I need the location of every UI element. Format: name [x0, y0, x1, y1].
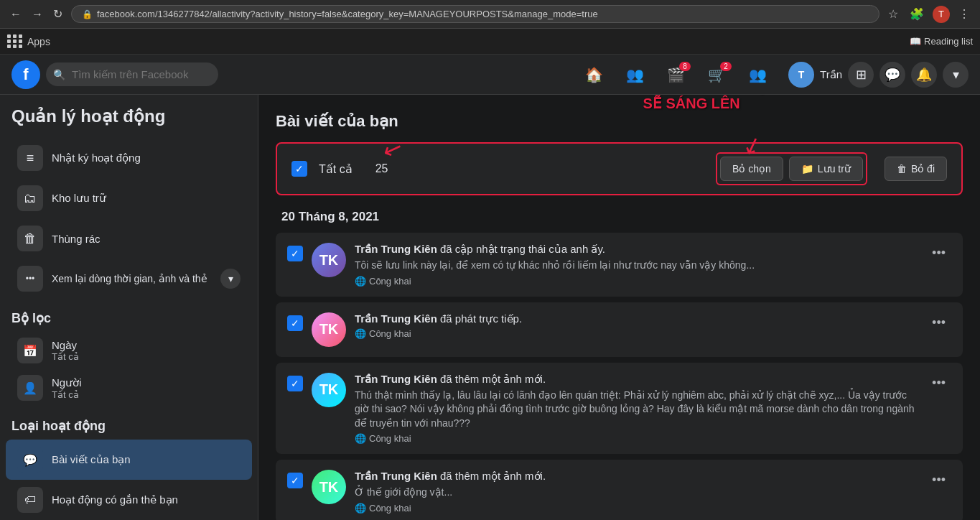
post-item: ✓ TK Trần Trung Kiên đã cập nhật trạng t… [276, 233, 963, 297]
apps-grid-icon [7, 34, 23, 48]
sidebar-item-tagged[interactable]: 🏷 Hoạt động có gắn thẻ bạn [6, 480, 252, 520]
deselect-button[interactable]: Bỏ chọn [720, 157, 783, 181]
tag-icon: 🏷 [17, 487, 43, 513]
person-label: Người [52, 376, 82, 389]
expand-button[interactable]: ▾ [220, 269, 241, 289]
post-item-4: ✓ TK Trần Trung Kiên đã thêm một ảnh mới… [276, 460, 963, 520]
select-all-bar: ✓ Tất cả 25 Bỏ chọn 📁 Lưu trữ 🗑 Bỏ đi [276, 142, 963, 195]
apps-section: Apps [7, 34, 50, 48]
tagged-label: Hoạt động có gắn thẻ bạn [52, 493, 178, 506]
trash-icon: 🗑 [17, 226, 43, 251]
account-menu-button[interactable]: ▾ [943, 62, 969, 88]
user-name: Trần [820, 68, 842, 81]
url-text: facebook.com/1346277842/allactivity?acti… [97, 9, 598, 19]
extensions-button[interactable]: 🧩 [907, 4, 927, 24]
video-nav-button[interactable]: 🎬 8 [657, 60, 695, 89]
forward-button[interactable]: → [29, 5, 46, 24]
delete-button[interactable]: 🗑 Bỏ đi [885, 157, 947, 181]
sidebar-filter-person[interactable]: 👤 Người Tất cả [6, 369, 252, 407]
post-privacy-4: 🌐 Công khai [355, 503, 918, 514]
post-text-4: Ở thế giới động vật... [355, 486, 918, 500]
date-sublabel: Tất cả [52, 351, 79, 362]
fb-header: f 🔍 🏠 👥 🎬 8 🛒 2 👥 T Trần ⊞ 💬 🔔 ▾ [0, 55, 980, 95]
messenger-button[interactable]: 💬 [879, 62, 905, 88]
globe-icon-4: 🌐 [355, 503, 366, 514]
reading-list[interactable]: 📖 Reading list [910, 36, 973, 47]
post-checkbox-1[interactable]: ✓ [287, 246, 303, 261]
post-checkbox-3[interactable]: ✓ [287, 376, 303, 391]
menu-button[interactable]: ⋮ [956, 4, 973, 24]
post-text-1: Tôi sẽ lưu link này lại, để xem có tự kh… [355, 259, 918, 273]
address-bar[interactable]: 🔒 facebook.com/1346277842/allactivity?ac… [71, 5, 879, 23]
apps-menu-button[interactable]: ⊞ [848, 62, 874, 88]
refresh-button[interactable]: ↻ [50, 4, 65, 24]
post-item-2: ✓ TK Trần Trung Kiên đã phát trực tiếp. … [276, 302, 963, 357]
post-content-1: Trần Trung Kiên đã cập nhật trạng thái c… [355, 243, 918, 287]
archive-btn-icon: 📁 [801, 163, 813, 175]
back-button[interactable]: ← [7, 5, 24, 24]
search-wrapper: 🔍 [46, 62, 218, 86]
reading-list-icon: 📖 [910, 36, 921, 47]
sidebar-item-label: Xem lại dòng thời gian, ảnh và thẻ [52, 273, 207, 284]
post-checkbox-2[interactable]: ✓ [287, 315, 303, 331]
posts-icon: 💬 [17, 447, 43, 473]
post-author-4: Trần Trung Kiên đã thêm một ảnh mới. [355, 470, 918, 483]
notifications-button[interactable]: 🔔 [911, 62, 937, 88]
post-more-button-4[interactable]: ••• [926, 470, 951, 491]
archive-button[interactable]: 📁 Lưu trữ [789, 157, 863, 181]
sidebar-item-your-posts[interactable]: 💬 Bài viết của bạn [6, 440, 252, 480]
post-avatar-3: TK [312, 373, 346, 407]
post-more-button-1[interactable]: ••• [926, 243, 951, 264]
avatar: T [788, 62, 814, 88]
apps-label: Apps [27, 36, 50, 47]
friends-nav-button[interactable]: 👥 [616, 60, 654, 89]
post-author-1: Trần Trung Kiên đã cập nhật trạng thái c… [355, 243, 918, 256]
marketplace-nav-button[interactable]: 🛒 2 [698, 60, 736, 89]
post-content-4: Trần Trung Kiên đã thêm một ảnh mới. Ở t… [355, 470, 918, 514]
fb-body: Quản lý hoạt động ≡ Nhật ký hoạt động 🗂 … [0, 95, 980, 520]
marketplace-badge: 2 [720, 62, 732, 71]
globe-icon: 🌐 [355, 276, 366, 287]
post-checkbox-4[interactable]: ✓ [287, 473, 303, 488]
sidebar-item-review-timeline[interactable]: ••• Xem lại dòng thời gian, ảnh và thẻ ▾ [6, 259, 252, 299]
sidebar-item-trash[interactable]: 🗑 Thùng rác [6, 218, 252, 259]
reading-list-label: Reading list [924, 36, 973, 47]
archive-btn-label: Lưu trữ [818, 163, 851, 175]
post-avatar-2: TK [312, 312, 346, 347]
facebook-container: f 🔍 🏠 👥 🎬 8 🛒 2 👥 T Trần ⊞ 💬 🔔 ▾ [0, 55, 980, 520]
taskbar: Apps 📖 Reading list [0, 29, 980, 55]
post-author-2: Trần Trung Kiên đã phát trực tiếp. [355, 312, 918, 325]
sidebar-item-activity-log[interactable]: ≡ Nhật ký hoạt động [6, 138, 252, 178]
delete-btn-icon: 🗑 [897, 163, 907, 175]
sidebar-item-label: Kho lưu trữ [52, 192, 106, 205]
post-content-3: Trần Trung Kiên đã thêm một ảnh mới. Thú… [355, 373, 918, 445]
filter-section-title: Bộ lọc [0, 299, 258, 332]
lock-icon: 🔒 [82, 9, 93, 19]
post-avatar-4: TK [312, 470, 346, 504]
browser-chrome: ← → ↻ 🔒 facebook.com/1346277842/allactiv… [0, 0, 980, 29]
star-button[interactable]: ☆ [885, 4, 901, 24]
post-privacy-2: 🌐 Công khai [355, 328, 918, 339]
select-all-checkbox[interactable]: ✓ [291, 161, 307, 177]
sidebar-filter-date[interactable]: 📅 Ngày Tất cả [6, 332, 252, 369]
date-icon: 📅 [17, 338, 43, 363]
post-privacy-1: 🌐 Công khai [355, 276, 918, 287]
browser-actions: ☆ 🧩 T ⋮ [885, 4, 973, 24]
sidebar-title: Quản lý hoạt động [0, 106, 258, 138]
post-more-button-2[interactable]: ••• [926, 312, 951, 333]
video-badge: 8 [679, 62, 691, 71]
post-text-3: Thú thật mình thấy lạ, lâu lâu lại có lã… [355, 389, 918, 431]
post-content-2: Trần Trung Kiên đã phát trực tiếp. 🌐 Côn… [355, 312, 918, 339]
search-input[interactable] [46, 62, 218, 86]
date-label: Ngày [52, 339, 79, 351]
groups-nav-button[interactable]: 👥 [739, 60, 777, 89]
person-icon: 👤 [17, 375, 43, 401]
sidebar-item-label: Nhật ký hoạt động [52, 152, 141, 164]
fb-logo: f [11, 60, 40, 89]
profile-button[interactable]: T [933, 6, 950, 23]
sidebar-item-archive[interactable]: 🗂 Kho lưu trữ [6, 178, 252, 218]
date-label: 20 Tháng 8, 2021 [276, 210, 963, 224]
main-nav: 🏠 👥 🎬 8 🛒 2 👥 [575, 60, 777, 89]
post-more-button-3[interactable]: ••• [926, 373, 951, 394]
home-nav-button[interactable]: 🏠 [575, 60, 613, 89]
